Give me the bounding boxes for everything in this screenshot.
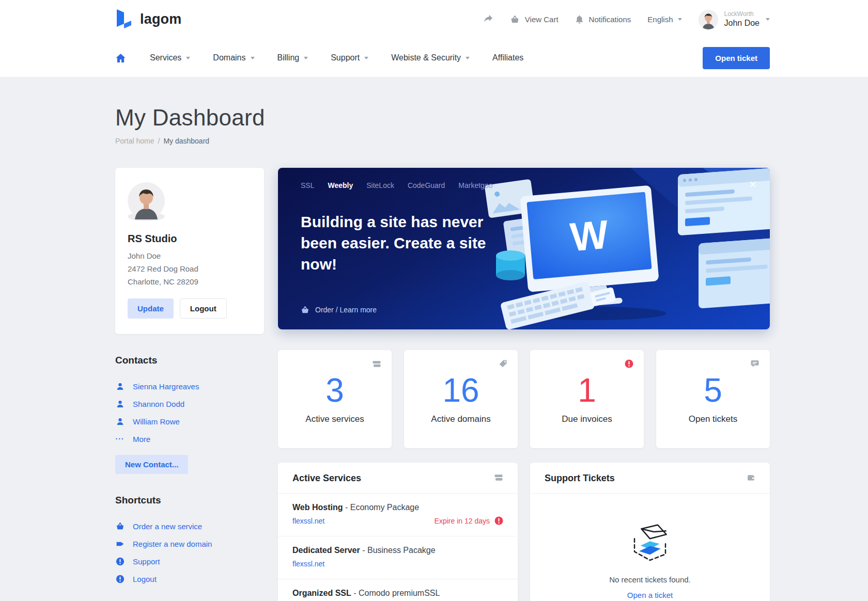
header: lagom View Cart Notifications English: [0, 0, 868, 77]
nav-item-affiliates[interactable]: Affiliates: [492, 53, 523, 62]
contact-link[interactable]: William Rowe: [115, 413, 264, 430]
user-menu[interactable]: LockWorth John Doe: [699, 10, 770, 29]
service-domain-link[interactable]: flexssl.net: [292, 560, 324, 568]
breadcrumb: Portal home / My dashboard: [115, 137, 770, 145]
shortcut-order-service[interactable]: Order a new service: [115, 517, 264, 535]
notifications-button[interactable]: Notifications: [575, 15, 631, 24]
shortcuts-title: Shortcuts: [115, 495, 264, 506]
profile-address-line2: Charlotte, NC 28209: [128, 275, 252, 288]
contact-link[interactable]: Shannon Dodd: [115, 395, 264, 413]
nav-item-support[interactable]: Support: [331, 53, 368, 62]
shortcut-register-domain[interactable]: Register a new domain: [115, 535, 264, 552]
panel-title: Support Tickets: [545, 473, 615, 484]
user-name: John Doe: [724, 18, 760, 28]
stat-value: 3: [326, 374, 344, 407]
stat-value: 16: [442, 374, 479, 407]
profile-company: RS Studio: [128, 233, 252, 245]
contacts-title: Contacts: [115, 355, 264, 366]
stat-label: Open tickets: [689, 414, 738, 424]
chevron-down-icon: [766, 18, 770, 21]
banner-tab-marketgoo[interactable]: Marketgoo: [458, 181, 492, 189]
server-icon: [494, 473, 503, 484]
share-icon[interactable]: [483, 14, 493, 25]
logout-button[interactable]: Logout: [180, 298, 227, 319]
stat-due-invoices[interactable]: 1 Due invoices: [530, 350, 644, 448]
banner-tab-codeguard[interactable]: CodeGuard: [408, 181, 445, 189]
weebly-illustration: W: [481, 168, 770, 329]
open-a-ticket-link[interactable]: Open a ticket: [627, 591, 673, 599]
alert-circle-icon: [115, 557, 125, 566]
banner-cta-link[interactable]: Order / Learn more: [301, 306, 377, 314]
alert-circle-icon: [115, 575, 125, 583]
sidebar: RS Studio John Doe 2472 Red Dog Road Cha…: [115, 168, 264, 588]
active-services-panel: Active Services Web Hosting - Economy Pa…: [278, 463, 518, 601]
basket-icon: [115, 522, 125, 530]
nav-item-services[interactable]: Services: [150, 53, 190, 62]
topbar-actions: View Cart Notifications English LockWort…: [483, 10, 770, 29]
banner-tab-ssl[interactable]: SSL: [301, 181, 314, 189]
stat-value: 5: [704, 374, 722, 407]
profile-avatar: [128, 212, 165, 221]
stat-label: Active domains: [431, 414, 490, 424]
profile-contact-name: John Doe: [128, 249, 252, 262]
support-tickets-panel: Support Tickets No recen: [530, 463, 770, 601]
chevron-down-icon: [304, 57, 308, 59]
contacts-section: Contacts Sienna Hargreaves Shannon Dodd …: [115, 355, 264, 474]
stat-open-tickets[interactable]: 5 Open tickets: [656, 350, 770, 448]
breadcrumb-home[interactable]: Portal home: [115, 137, 154, 145]
lagom-logo-icon: [115, 8, 133, 31]
nav-item-website-security[interactable]: Webiste & Security: [391, 53, 470, 62]
stat-label: Active services: [305, 414, 364, 424]
person-icon: [115, 400, 125, 408]
view-cart-button[interactable]: View Cart: [510, 15, 559, 24]
shortcut-support[interactable]: Support: [115, 552, 264, 570]
close-icon[interactable]: ×: [749, 178, 756, 191]
brand-name: lagom: [140, 11, 182, 27]
bell-icon: [575, 15, 584, 24]
service-row[interactable]: Organized SSL - Comodo premiumSSL: [278, 579, 518, 601]
empty-text: No recent tickets found.: [609, 575, 691, 584]
stat-active-services[interactable]: 3 Active services: [278, 350, 392, 448]
nav-item-domains[interactable]: Domains: [213, 53, 254, 62]
nav-item-billing[interactable]: Billing: [277, 53, 308, 62]
shortcuts-section: Shortcuts Order a new service Register a…: [115, 495, 264, 588]
language-selector[interactable]: English: [647, 15, 681, 24]
stat-label: Due invoices: [562, 414, 612, 424]
page-title: My Dashboard: [115, 105, 770, 131]
banner-tab-weebly[interactable]: Weebly: [328, 181, 353, 189]
tickets-empty-state: No recent tickets found. Open a ticket: [530, 494, 770, 599]
banner-tabs: SSL Weebly SiteLock CodeGuard Marketgoo: [301, 181, 492, 189]
new-contact-button[interactable]: New Contact...: [115, 455, 188, 474]
service-row[interactable]: Web Hosting - Economy Package flexssl.ne…: [278, 494, 518, 536]
banner-tab-sitelock[interactable]: SiteLock: [366, 181, 394, 189]
chevron-down-icon: [678, 18, 682, 21]
tag-icon: [499, 359, 507, 370]
panel-title: Active Services: [292, 473, 361, 484]
topbar: lagom View Cart Notifications English: [0, 0, 868, 39]
server-icon: [372, 359, 381, 370]
comments-icon: [750, 359, 760, 370]
nav-home[interactable]: [115, 53, 126, 63]
service-domain-link[interactable]: flexssl.net: [292, 517, 324, 525]
stat-active-domains[interactable]: 16 Active domains: [404, 350, 518, 448]
ellipsis-icon: ···: [115, 435, 125, 443]
avatar: [699, 10, 718, 29]
contacts-more-link[interactable]: ··· More: [115, 430, 264, 448]
chevron-down-icon: [251, 57, 255, 59]
brand-logo[interactable]: lagom: [115, 8, 182, 31]
breadcrumb-separator: /: [158, 137, 160, 145]
update-button[interactable]: Update: [128, 298, 174, 319]
stat-value: 1: [578, 374, 596, 407]
chevron-down-icon: [364, 57, 368, 59]
breadcrumb-current: My dashboard: [163, 137, 209, 145]
expiry-badge: Expire in 12 days: [435, 516, 503, 525]
contact-link[interactable]: Sienna Hargreaves: [115, 377, 264, 395]
home-icon: [115, 53, 126, 63]
banner-headline: Building a site has never been easier. C…: [301, 211, 505, 275]
person-icon: [115, 382, 125, 391]
open-ticket-button[interactable]: Open ticket: [703, 47, 770, 69]
service-row[interactable]: Dedicated Server - Business Pacakge flex…: [278, 536, 518, 579]
shortcut-logout[interactable]: Logout: [115, 570, 264, 588]
wallet-icon: [747, 473, 755, 484]
basket-icon: [301, 306, 309, 314]
